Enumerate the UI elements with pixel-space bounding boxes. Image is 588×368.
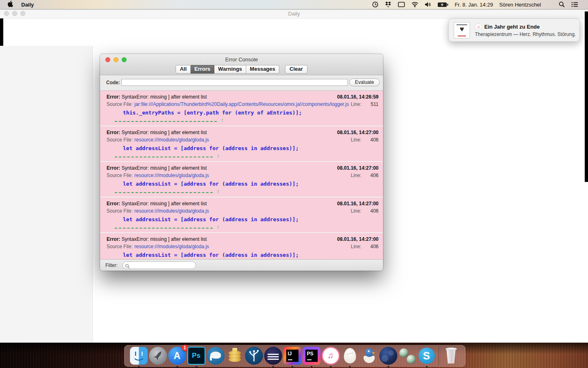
- error-entry[interactable]: Error: SyntaxError: missing ] after elem…: [100, 91, 383, 126]
- daily-window-sidebar: [0, 46, 93, 343]
- dock-item-firefox-nightly[interactable]: [379, 347, 397, 365]
- notification-banner[interactable]: Ein Jahr geht zu Ende Therapiezentrum — …: [448, 18, 580, 42]
- source-file-link[interactable]: resource:///modules/gloda/gloda.js: [134, 208, 209, 214]
- evaluate-button[interactable]: Evaluate: [349, 79, 380, 86]
- line-number: 406: [368, 172, 379, 179]
- dock-item-skype[interactable]: S: [418, 347, 436, 365]
- apple-menu-icon[interactable]: [7, 0, 13, 9]
- code-input[interactable]: [121, 79, 348, 86]
- notification-center-icon[interactable]: [571, 2, 578, 7]
- display-icon[interactable]: [398, 2, 405, 7]
- clear-button[interactable]: Clear: [285, 65, 307, 74]
- egg-app-icon: [344, 348, 356, 364]
- spotlight-icon[interactable]: [559, 1, 565, 8]
- error-timestamp: 08.01.16, 14:27:00: [337, 200, 379, 207]
- firefox-nightly-icon: [379, 347, 397, 365]
- caret-up-icon: ↑: [217, 225, 220, 229]
- source-file-label: Source File:: [107, 173, 133, 178]
- thunderbird-daily-icon: [360, 347, 378, 365]
- sequel-pro-icon: [226, 347, 244, 365]
- dock-item-orbs-app[interactable]: [399, 347, 416, 365]
- dock-item-finder[interactable]: [130, 347, 148, 365]
- source-file-link[interactable]: resource:///modules/gloda/gloda.js: [134, 137, 209, 143]
- error-entry[interactable]: Error: SyntaxError: missing ] after elem…: [100, 126, 383, 162]
- daily-window-titlebar: Daily: [0, 9, 588, 19]
- error-code-snippet: let addressList = [address for (address …: [123, 252, 379, 258]
- error-position-dashes: [115, 157, 213, 157]
- dock-item-sequel-pro[interactable]: [226, 347, 244, 365]
- error-timestamp: 08.01.16, 14:26:59: [337, 94, 379, 100]
- error-timestamp: 08.01.16, 14:27:00: [337, 236, 379, 242]
- error-entry[interactable]: Error: SyntaxError: missing ] after elem…: [100, 233, 383, 259]
- dock-item-trash[interactable]: [442, 347, 460, 365]
- dropbox-icon[interactable]: [385, 1, 392, 8]
- source-file-label: Source File:: [107, 137, 133, 143]
- error-code-snippet: let addressList = [address for (address …: [123, 145, 379, 151]
- error-label: Error:: [107, 165, 120, 171]
- dock-item-itunes[interactable]: [322, 347, 340, 365]
- error-label: Error:: [107, 236, 120, 242]
- volume-icon[interactable]: [425, 2, 431, 7]
- error-message: SyntaxError: missing ] after element lis…: [122, 130, 207, 135]
- desktop: Daily Daily: [0, 0, 588, 368]
- skype-icon: S: [419, 348, 435, 364]
- wallpaper-strip-right: [585, 11, 588, 182]
- tab-warnings[interactable]: Warnings: [214, 65, 246, 74]
- dock-item-photoshop[interactable]: Ps: [187, 347, 205, 365]
- error-code-snippet: let addressList = [address for (address …: [123, 216, 379, 222]
- window-title: Error Console: [100, 56, 383, 63]
- dock-item-eclipse[interactable]: [264, 347, 282, 365]
- error-console-window: Error Console All Errors Warnings Messag…: [100, 54, 383, 271]
- launchpad-icon: [149, 347, 167, 365]
- wifi-icon[interactable]: [411, 2, 419, 7]
- tab-errors[interactable]: Errors: [191, 65, 214, 74]
- caret-up-icon: ↑: [217, 190, 220, 193]
- dock-item-sourcetree[interactable]: [245, 347, 263, 365]
- menubar-user-name[interactable]: Sören Hentzschel: [499, 2, 541, 8]
- dock-item-phpstorm[interactable]: PS: [303, 347, 321, 365]
- error-entry[interactable]: Error: SyntaxError: missing ] after elem…: [100, 162, 383, 197]
- filter-input[interactable]: [122, 261, 196, 269]
- photoshop-icon: Ps: [187, 347, 205, 365]
- album-art: [454, 22, 470, 38]
- source-file-label: Source File:: [107, 244, 133, 249]
- line-label: Line:: [351, 101, 361, 107]
- error-entry[interactable]: Error: SyntaxError: missing ] after elem…: [100, 197, 383, 233]
- line-label: Line:: [351, 173, 361, 178]
- error-code-snippet: this._entryPaths = [entry.path for (entr…: [123, 110, 379, 116]
- dock-item-intellij-idea[interactable]: IJ: [283, 347, 301, 365]
- error-position-dashes: [115, 228, 213, 229]
- tab-messages[interactable]: Messages: [246, 65, 279, 74]
- clock-icon[interactable]: [372, 1, 379, 8]
- trash-icon: [442, 347, 460, 365]
- code-eval-bar: Code: Evaluate: [100, 75, 383, 91]
- menubar-app-name[interactable]: Daily: [21, 2, 34, 8]
- line-label: Line:: [351, 208, 361, 214]
- error-label: Error:: [107, 94, 120, 100]
- source-file-link[interactable]: jar:file:///Applications/Thunderbird%20D…: [134, 101, 349, 107]
- source-file-link[interactable]: resource:///modules/gloda/gloda.js: [134, 173, 209, 178]
- error-code-snippet: let addressList = [address for (address …: [123, 181, 379, 187]
- tab-all[interactable]: All: [176, 65, 191, 74]
- intellij-idea-icon: IJ: [283, 347, 301, 365]
- battery-charging-icon[interactable]: [437, 2, 448, 7]
- error-list: Error: SyntaxError: missing ] after elem…: [100, 91, 383, 259]
- dock: A 1 Ps IJ PS: [124, 345, 466, 367]
- dock-item-mamp[interactable]: [207, 347, 225, 365]
- line-label: Line:: [351, 244, 361, 249]
- error-position-dashes: [115, 192, 213, 193]
- source-file-link[interactable]: resource:///modules/gloda/gloda.js: [134, 244, 209, 249]
- heart-artwork-icon: [454, 25, 470, 34]
- eclipse-icon: [264, 347, 282, 365]
- error-message: SyntaxError: missing ] after element lis…: [122, 94, 207, 100]
- error-console-header: Error Console All Errors Warnings Messag…: [100, 54, 383, 75]
- dock-item-launchpad[interactable]: [149, 347, 167, 365]
- filter-bar: Filter:: [100, 259, 383, 271]
- notification-title: Ein Jahr geht zu Ende: [484, 24, 540, 30]
- dock-item-egg-app[interactable]: [341, 347, 359, 365]
- dock-item-app-store[interactable]: A 1: [168, 347, 186, 365]
- code-label: Code:: [106, 80, 120, 85]
- orbs-app-icon: [399, 347, 416, 365]
- dock-item-thunderbird-daily[interactable]: [360, 347, 378, 365]
- menubar-clock[interactable]: Fr. 8. Jan. 14:29: [454, 2, 493, 8]
